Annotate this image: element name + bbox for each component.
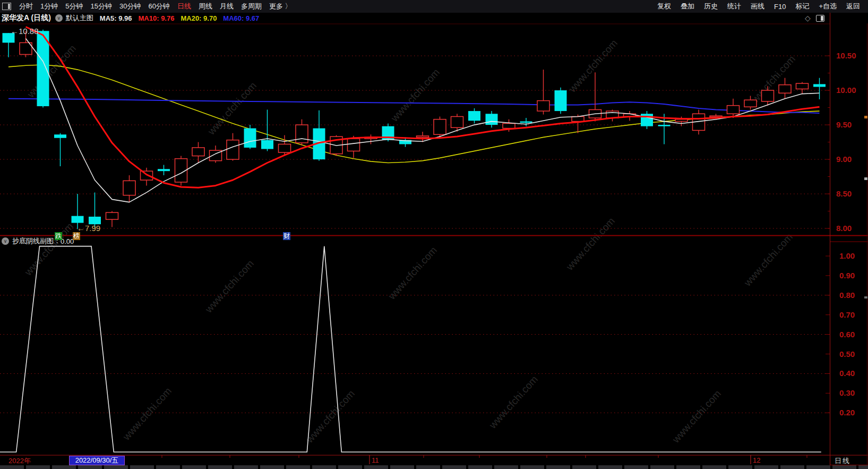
watermark-text: www.cfchi.com bbox=[25, 42, 78, 100]
ma-legend: MA5: 9.96MA10: 9.76MA20: 9.70MA60: 9.67 bbox=[100, 14, 265, 22]
candle-body bbox=[244, 129, 256, 148]
sub-y-axis-label: 0.50 bbox=[839, 349, 855, 359]
candle-body bbox=[537, 101, 549, 111]
watermark-text: www.cfchi.com bbox=[386, 244, 439, 302]
candle-body bbox=[158, 169, 170, 171]
toolbar-button-画线[interactable]: 画线 bbox=[751, 2, 764, 11]
candle-body bbox=[572, 116, 584, 121]
candles bbox=[3, 30, 826, 229]
menubar-item-1分钟[interactable]: 1分钟 bbox=[40, 2, 58, 10]
watermark-text: www.cfchi.com bbox=[670, 388, 723, 445]
chart-canvas[interactable]: www.cfchi.comwww.cfchi.comwww.cfchi.comw… bbox=[0, 0, 868, 469]
candle-body bbox=[779, 85, 791, 93]
menubar: 分时1分钟5分钟15分钟30分钟60分钟日线周线月线多周期更多 〉 复权叠加历史… bbox=[0, 0, 868, 13]
candle-body bbox=[520, 122, 532, 123]
candle-body bbox=[555, 90, 567, 111]
menubar-item-5分钟[interactable]: 5分钟 bbox=[65, 2, 83, 10]
chevron-down-icon[interactable]: ∨ bbox=[2, 237, 9, 245]
ma-legend-MA60: MA60: 9.67 bbox=[223, 14, 259, 22]
main-y-axis-label: 10.50 bbox=[836, 51, 856, 60]
main-y-axis-label: 9.00 bbox=[836, 155, 852, 164]
year-label: 2022年 bbox=[8, 456, 31, 466]
edge-marker bbox=[864, 177, 867, 180]
sub-y-axis-label: 0.70 bbox=[839, 310, 855, 319]
sub-indicator-value: 0.00 bbox=[61, 237, 74, 245]
candle-body bbox=[658, 125, 671, 126]
watermark-text: www.cfchi.com bbox=[564, 215, 617, 272]
candle-body bbox=[486, 114, 498, 125]
menubar-item-15分钟[interactable]: 15分钟 bbox=[90, 2, 111, 10]
toolbar-button-复权[interactable]: 复权 bbox=[657, 2, 671, 11]
event-badge-跌[interactable]: 跌 bbox=[55, 232, 62, 240]
x-axis-row: 2022年 2022/09/30/五 1112 日线 bbox=[0, 456, 868, 465]
sub-y-axis-label: 0.20 bbox=[839, 408, 855, 417]
menubar-item-更多 〉[interactable]: 更多 〉 bbox=[269, 2, 292, 10]
candle-body bbox=[710, 116, 722, 117]
toolbar-button-+自选[interactable]: +自选 bbox=[819, 2, 837, 11]
watermark-text: www.cfchi.com bbox=[203, 258, 256, 315]
toolbar-button-叠加[interactable]: 叠加 bbox=[681, 2, 694, 11]
event-badge-财[interactable]: 财 bbox=[283, 232, 290, 240]
diamond-icon[interactable]: ◇ bbox=[805, 14, 811, 22]
sub-indicator-name: 抄底阴线副图 bbox=[12, 236, 54, 246]
candle-body bbox=[296, 125, 308, 143]
menubar-item-月线[interactable]: 月线 bbox=[220, 2, 234, 10]
menubar-item-多周期[interactable]: 多周期 bbox=[241, 2, 262, 10]
candle-body bbox=[72, 216, 84, 223]
candle-body bbox=[348, 139, 360, 151]
toolbar-button-历史[interactable]: 历史 bbox=[704, 2, 718, 11]
toolbar-button-统计[interactable]: 统计 bbox=[727, 2, 741, 11]
watermark-text: www.cfchi.com bbox=[487, 373, 540, 431]
main-y-axis-label: 8.00 bbox=[836, 224, 852, 233]
candle-body bbox=[141, 171, 153, 180]
ma-legend-MA5: MA5: 9.96 bbox=[100, 14, 132, 22]
edge-marker bbox=[864, 296, 867, 299]
stock-title: 深华发A (日线) bbox=[2, 13, 51, 23]
sub-y-axis-label: 0.30 bbox=[839, 388, 855, 397]
selected-date-box: 2022/09/30/五 bbox=[69, 456, 125, 465]
menubar-item-日线[interactable]: 日线 bbox=[177, 2, 191, 10]
watermarks: www.cfchi.comwww.cfchi.comwww.cfchi.comw… bbox=[22, 37, 797, 445]
ma-legend-MA10: MA10: 9.76 bbox=[139, 14, 175, 22]
period-label: 日线 bbox=[835, 456, 850, 466]
candle-body bbox=[503, 123, 515, 128]
title-bar: 深华发A (日线) ∨ 默认主图 MA5: 9.96MA10: 9.76MA20… bbox=[0, 13, 830, 23]
toolbar-button-标记[interactable]: 标记 bbox=[795, 2, 809, 11]
candle-body bbox=[417, 136, 429, 138]
toolbar-button-F10[interactable]: F10 bbox=[774, 3, 786, 11]
candle-body bbox=[796, 83, 809, 89]
ma-line-MA10 bbox=[26, 27, 820, 188]
main-y-axis-label: 9.50 bbox=[836, 120, 852, 129]
candle-body bbox=[641, 114, 653, 126]
sub-y-axis-label: 0.80 bbox=[839, 291, 855, 300]
candle-body bbox=[54, 134, 66, 138]
candle-body bbox=[468, 111, 480, 121]
main-overlay-label[interactable]: 默认主图 bbox=[66, 13, 93, 23]
sub-panel-title: ∨ 抄底阴线副图：0.00 bbox=[2, 237, 74, 245]
sub-y-axis-label: 0.90 bbox=[839, 271, 855, 280]
watermark-text: www.cfchi.com bbox=[742, 231, 795, 288]
watermark-text: www.cfchi.com bbox=[566, 37, 620, 95]
sub-y-axis-label: 0.60 bbox=[839, 330, 855, 339]
toolbar-button-返回[interactable]: 返回 bbox=[846, 2, 860, 11]
edge-marker bbox=[864, 116, 867, 118]
candle-body bbox=[192, 148, 204, 156]
menubar-item-30分钟[interactable]: 30分钟 bbox=[119, 2, 141, 10]
horizontal-scrollbar[interactable] bbox=[0, 465, 868, 469]
candle-body bbox=[434, 120, 446, 135]
panel-toggle-icon[interactable] bbox=[816, 15, 824, 22]
menubar-item-周线[interactable]: 周线 bbox=[199, 2, 212, 10]
window-icon[interactable] bbox=[2, 3, 11, 10]
event-badge-榜[interactable]: 榜 bbox=[73, 232, 80, 240]
candle-body bbox=[744, 100, 757, 107]
candle-body bbox=[279, 144, 291, 152]
candle-body bbox=[727, 106, 740, 114]
price-marker: ←7.99 bbox=[77, 224, 100, 233]
month-label-12: 12 bbox=[753, 456, 760, 464]
chevron-down-icon[interactable]: ∨ bbox=[55, 14, 63, 22]
menubar-item-60分钟[interactable]: 60分钟 bbox=[148, 2, 169, 10]
menubar-item-分时[interactable]: 分时 bbox=[19, 2, 33, 10]
ma-legend-MA20: MA20: 9.70 bbox=[181, 14, 217, 22]
month-label-11: 11 bbox=[372, 456, 379, 464]
candle-body bbox=[261, 140, 273, 149]
